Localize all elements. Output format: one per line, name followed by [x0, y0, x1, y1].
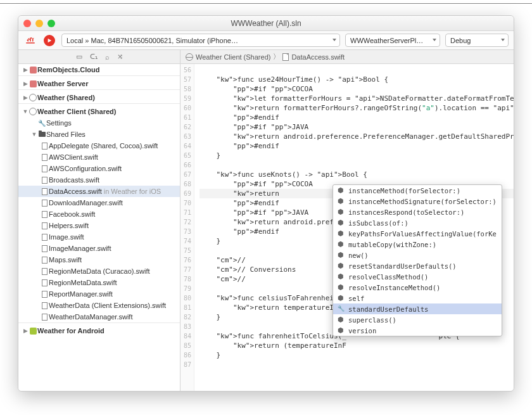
autocomplete-label: version: [348, 327, 376, 335]
file-item[interactable]: AppDelegate (Shared, Cocoa).swift: [18, 140, 180, 151]
sidebar-item-sharedfiles[interactable]: ▼ Shared Files: [18, 129, 180, 140]
file-label: WeatherDataManager.swift: [49, 313, 132, 321]
run-button[interactable]: [42, 34, 56, 48]
file-label: WeatherData (Client Extensions).swift: [49, 302, 166, 309]
file-item[interactable]: AWSClient.swift: [18, 151, 180, 163]
doc-icon: [42, 302, 48, 309]
breadcrumb-file[interactable]: DataAccess.swift: [291, 53, 345, 61]
file-item[interactable]: Facebook.swift: [18, 208, 180, 220]
autocomplete-label: keyPathsForValuesAffectingValue(forKe: [348, 230, 497, 238]
autocomplete-item[interactable]: ⬢new(): [333, 250, 502, 260]
zoom-icon[interactable]: [48, 20, 55, 27]
view-random-icon[interactable]: ⤨: [117, 53, 123, 61]
file-label: ReportManager.swift: [49, 290, 113, 298]
build-button[interactable]: [23, 34, 37, 48]
doc-icon: [42, 234, 48, 241]
autocomplete-label: standardUserDefaults: [348, 305, 428, 313]
file-item[interactable]: WeatherDataManager.swift: [18, 311, 180, 322]
autocomplete-item[interactable]: ⬢resetStandardUserDefaults(): [333, 260, 502, 271]
project-select[interactable]: WWWeatherServerPl…: [345, 34, 440, 47]
file-item[interactable]: DownloadManager.swift: [18, 197, 180, 208]
autocomplete-item[interactable]: ⬢resolveInstanceMethod(): [333, 282, 502, 293]
target-select[interactable]: Local » Mac, 84B7N16505000621, Simulator…: [61, 34, 340, 47]
file-label: Maps.swift: [49, 256, 82, 264]
file-label: Facebook.swift: [49, 210, 95, 218]
sidebar-label: RemObjects.Cloud: [37, 66, 99, 73]
config-select[interactable]: Debug: [445, 34, 509, 47]
file-item[interactable]: ReportManager.swift: [18, 288, 180, 300]
autocomplete-label: resetStandardUserDefaults(): [348, 262, 457, 270]
doc-icon: [42, 165, 48, 172]
project-select-label: WWWeatherServerPl…: [350, 37, 423, 44]
file-item[interactable]: Helpers.swift: [18, 220, 180, 231]
file-label: AWSConfiguration.swift: [49, 165, 122, 172]
wrench-icon: 🔧: [37, 120, 46, 127]
window-controls: [23, 20, 55, 27]
view-layout-icon[interactable]: ▭: [76, 53, 82, 61]
autocomplete-item[interactable]: ⬢instancesRespond(toSelector:): [333, 207, 502, 217]
file-item[interactable]: Image.swift: [18, 231, 180, 243]
file-label: RegionMetaData (Curacao).swift: [49, 267, 150, 275]
android-icon: [30, 328, 37, 335]
autocomplete-label: superclass(): [348, 316, 396, 324]
titlebar: WWWeather (All).sln: [18, 16, 514, 31]
chevron-right-icon: 〉: [273, 52, 280, 61]
sidebar-item-cloud[interactable]: ▶ RemObjects.Cloud: [18, 64, 180, 75]
sidebar-label: Weather Client (Shared): [37, 108, 117, 115]
autocomplete-item[interactable]: ⬢version: [333, 325, 502, 336]
file-item[interactable]: RegionMetaData.swift: [18, 277, 180, 288]
view-classes-icon[interactable]: ᑕ₁: [90, 53, 98, 61]
sidebar-label: Weather for Android: [37, 327, 104, 335]
autocomplete-label: instanceMethod(forSelector:): [348, 187, 460, 195]
file-item-selected[interactable]: DataAccess.swiftin Weather for iOS: [18, 186, 180, 197]
doc-icon: [42, 245, 48, 252]
autocomplete-item[interactable]: ⬢instanceMethod(forSelector:): [333, 185, 502, 196]
autocomplete-item[interactable]: ⬢self: [333, 293, 502, 303]
doc-icon: [42, 314, 48, 321]
autocomplete-item[interactable]: ⬢instanceMethodSignature(forSelector:): [333, 196, 502, 207]
view-search-icon[interactable]: ⌕: [105, 53, 110, 61]
method-icon: ⬢: [337, 208, 345, 216]
autocomplete-item-selected[interactable]: 🔧standardUserDefaults: [333, 303, 502, 314]
method-icon: ⬢: [337, 219, 345, 227]
globe-icon: [29, 108, 37, 115]
autocomplete-item[interactable]: ⬢superclass(): [333, 314, 502, 325]
window-title: WWWeather (All).sln: [18, 19, 514, 28]
sidebar-item-android[interactable]: ▶ Weather for Android: [18, 325, 180, 336]
file-item[interactable]: Broadcasts.swift: [18, 174, 180, 186]
autocomplete-label: mutableCopy(withZone:): [348, 241, 436, 248]
code-editor[interactable]: 56 57 58 59 60 61 62 63 64 65 66 67 68 6…: [180, 64, 514, 391]
project-sidebar[interactable]: ▶ RemObjects.Cloud ▶ Weather Server ▶ We…: [18, 64, 180, 391]
doc-icon: [42, 188, 48, 195]
autocomplete-label: resolveClassMethod(): [348, 273, 428, 281]
file-item[interactable]: AWSConfiguration.swift: [18, 163, 180, 174]
autocomplete-label: instanceMethodSignature(forSelector:): [348, 198, 497, 205]
sidebar-item-settings[interactable]: 🔧 Settings: [18, 117, 180, 129]
doc-icon: [42, 222, 48, 229]
method-icon: ⬢: [337, 230, 345, 238]
autocomplete-item[interactable]: ⬢isSubclass(of:): [333, 217, 502, 228]
doc-icon: [42, 268, 48, 275]
breadcrumb-project[interactable]: Weather Client (Shared): [196, 53, 270, 61]
doc-icon: [42, 154, 48, 161]
globe-icon: [29, 94, 37, 101]
autocomplete-label: isSubclass(of:): [348, 219, 408, 227]
sidebar-label: Settings: [46, 119, 72, 127]
wrench-icon: 🔧: [337, 305, 345, 313]
close-icon[interactable]: [23, 20, 31, 27]
minimize-icon[interactable]: [35, 20, 43, 27]
sidebar-item-shared[interactable]: ▶ Weather (Shared): [18, 92, 180, 103]
autocomplete-item[interactable]: ⬢resolveClassMethod(): [333, 271, 502, 282]
autocomplete-item[interactable]: ⬢keyPathsForValuesAffectingValue(forKe: [333, 228, 502, 239]
file-item[interactable]: Maps.swift: [18, 254, 180, 265]
file-item[interactable]: RegionMetaData (Curacao).swift: [18, 265, 180, 277]
autocomplete-popup[interactable]: ⬢instanceMethod(forSelector:) ⬢instanceM…: [332, 184, 502, 336]
sidebar-item-server[interactable]: ▶ Weather Server: [18, 78, 180, 89]
file-item[interactable]: WeatherData (Client Extensions).swift: [18, 300, 180, 311]
doc-icon: [42, 279, 48, 286]
globe-icon: [186, 53, 193, 61]
file-item[interactable]: ImageManager.swift: [18, 243, 180, 254]
ide-window: WWWeather (All).sln Local » Mac, 84B7N16…: [18, 15, 514, 392]
autocomplete-item[interactable]: ⬢mutableCopy(withZone:): [333, 239, 502, 250]
sidebar-item-client[interactable]: ▼ Weather Client (Shared): [18, 106, 180, 117]
